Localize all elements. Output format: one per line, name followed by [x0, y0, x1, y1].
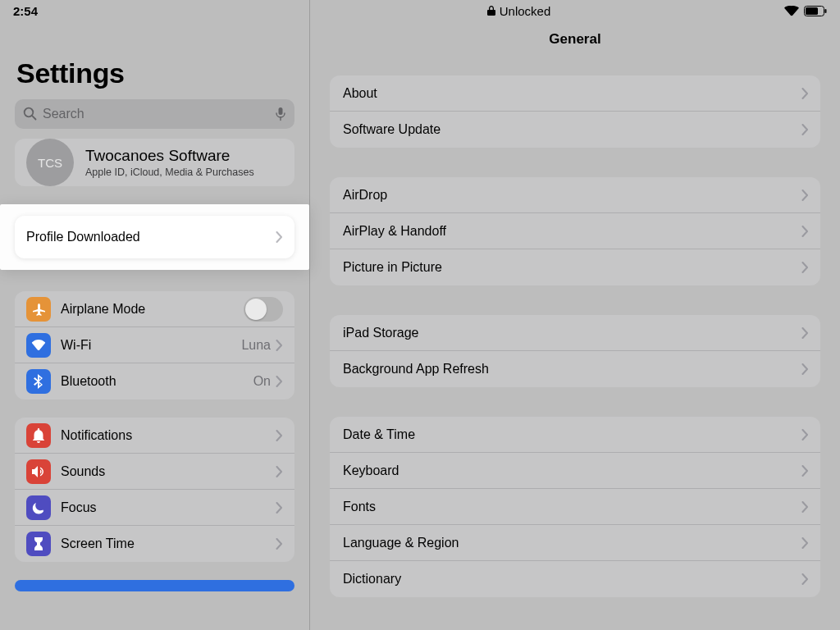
settings-section: Date & TimeKeyboardFontsLanguage & Regio…	[330, 417, 820, 597]
account-card[interactable]: TCS Twocanoes Software Apple ID, iCloud,…	[15, 139, 294, 186]
bluetooth-icon	[26, 369, 51, 394]
chevron-right-icon	[276, 466, 283, 477]
row-label: Language & Region	[343, 536, 801, 550]
svg-line-4	[32, 116, 35, 119]
sidebar-item-focus[interactable]: Focus	[15, 490, 294, 526]
search-wrap	[15, 99, 294, 129]
speaker-icon	[26, 459, 51, 484]
row-label: Notifications	[61, 428, 276, 443]
row-label: Background App Refresh	[343, 362, 801, 377]
row-label: Sounds	[61, 464, 276, 479]
settings-section: AboutSoftware Update	[330, 75, 820, 148]
row-label: iPad Storage	[343, 326, 801, 340]
chevron-right-icon	[801, 189, 809, 201]
svg-rect-5	[279, 107, 283, 115]
chevron-right-icon	[276, 340, 283, 351]
chevron-right-icon	[801, 363, 809, 375]
chevron-right-icon	[801, 429, 809, 441]
settings-row-language-region[interactable]: Language & Region	[330, 525, 820, 561]
row-value: Luna	[241, 338, 271, 353]
sidebar-item-airplane-mode[interactable]: Airplane Mode	[15, 291, 294, 327]
chevron-right-icon	[801, 501, 809, 513]
chevron-right-icon	[276, 430, 283, 441]
settings-row-fonts[interactable]: Fonts	[330, 489, 820, 525]
profile-downloaded-label: Profile Downloaded	[26, 230, 276, 244]
chevron-right-icon	[801, 573, 809, 585]
row-label: AirPlay & Handoff	[343, 224, 801, 239]
sidebar-item-notifications[interactable]: Notifications	[15, 418, 294, 454]
settings-section: iPad StorageBackground App Refresh	[330, 315, 820, 387]
account-subtitle: Apple ID, iCloud, Media & Purchases	[85, 167, 254, 178]
settings-section: AirDropAirPlay & HandoffPicture in Pictu…	[330, 177, 820, 285]
row-label: AirDrop	[343, 188, 801, 203]
sidebar-item-bluetooth[interactable]: BluetoothOn	[15, 363, 294, 399]
sidebar-group-notifications: NotificationsSoundsFocusScreen Time	[15, 418, 294, 562]
sidebar: Settings TCS Twocanoes Software Apple ID…	[0, 0, 310, 630]
row-label: Screen Time	[61, 536, 276, 551]
sidebar-item-screen-time[interactable]: Screen Time	[15, 526, 294, 562]
row-label: Wi-Fi	[61, 338, 241, 353]
settings-row-ipad-storage[interactable]: iPad Storage	[330, 315, 820, 351]
settings-row-date-time[interactable]: Date & Time	[330, 417, 820, 453]
row-value: On	[253, 374, 271, 389]
bell-icon	[26, 423, 51, 448]
page-title: Settings	[0, 21, 309, 96]
avatar: TCS	[26, 139, 74, 186]
chevron-right-icon	[276, 538, 283, 550]
settings-row-about[interactable]: About	[330, 75, 820, 112]
search-input[interactable]	[15, 99, 294, 129]
chevron-right-icon	[276, 376, 283, 387]
sidebar-item-sounds[interactable]: Sounds	[15, 454, 294, 490]
main-panel: General AboutSoftware UpdateAirDropAirPl…	[310, 0, 840, 630]
chevron-right-icon	[801, 124, 809, 135]
moon-icon	[26, 495, 51, 520]
search-icon	[23, 107, 37, 121]
settings-row-software-update[interactable]: Software Update	[330, 112, 820, 148]
settings-row-airplay-handoff[interactable]: AirPlay & Handoff	[330, 213, 820, 249]
row-label: Bluetooth	[61, 374, 253, 389]
sidebar-item-general-selected[interactable]	[15, 580, 294, 591]
mic-icon[interactable]	[275, 107, 286, 121]
row-label: Software Update	[343, 122, 801, 137]
sidebar-item-wi-fi[interactable]: Wi-FiLuna	[15, 327, 294, 363]
chevron-right-icon	[801, 88, 809, 99]
settings-row-dictionary[interactable]: Dictionary	[330, 561, 820, 597]
row-label: Date & Time	[343, 427, 801, 442]
sidebar-item-profile-downloaded[interactable]: Profile Downloaded	[15, 216, 294, 258]
hourglass-icon	[26, 532, 51, 556]
row-label: About	[343, 86, 801, 101]
row-label: Picture in Picture	[343, 260, 801, 275]
chevron-right-icon	[801, 262, 809, 273]
chevron-right-icon	[801, 465, 809, 477]
row-label: Keyboard	[343, 463, 801, 478]
profile-downloaded-highlight: Profile Downloaded	[0, 204, 309, 270]
account-name: Twocanoes Software	[85, 147, 254, 165]
row-label: Focus	[61, 500, 276, 515]
chevron-right-icon	[276, 502, 283, 514]
main-title: General	[310, 21, 840, 75]
wifi-icon	[26, 333, 51, 358]
row-label: Airplane Mode	[61, 302, 244, 317]
toggle-switch[interactable]	[244, 297, 283, 322]
sidebar-group-connectivity: Airplane ModeWi-FiLunaBluetoothOn	[15, 291, 294, 399]
settings-row-background-app-refresh[interactable]: Background App Refresh	[330, 351, 820, 387]
settings-row-airdrop[interactable]: AirDrop	[330, 177, 820, 213]
chevron-right-icon	[276, 231, 283, 243]
chevron-right-icon	[801, 537, 809, 549]
airplane-icon	[26, 297, 51, 322]
settings-row-picture-in-picture[interactable]: Picture in Picture	[330, 249, 820, 285]
chevron-right-icon	[801, 327, 809, 339]
settings-row-keyboard[interactable]: Keyboard	[330, 453, 820, 489]
chevron-right-icon	[801, 226, 809, 237]
row-label: Dictionary	[343, 572, 801, 587]
row-label: Fonts	[343, 500, 801, 514]
